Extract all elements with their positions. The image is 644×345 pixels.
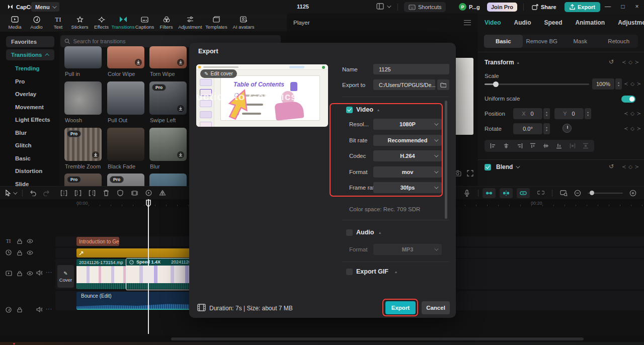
scale-value[interactable]: 100% bbox=[592, 78, 614, 90]
position-y-stepper[interactable]: ▴▾ bbox=[585, 108, 591, 119]
scale-stepper[interactable]: ▴▾ bbox=[615, 78, 622, 90]
transition-thumb-pull-in[interactable] bbox=[64, 46, 102, 68]
tab-video[interactable]: Video bbox=[485, 19, 501, 26]
transition-thumb-black-fade[interactable] bbox=[107, 128, 144, 161]
text-clip[interactable]: Introduction to Ge bbox=[76, 237, 119, 246]
export-path-field[interactable]: C:/Users/TOPGUS/De... bbox=[373, 79, 435, 90]
keyframe-controls[interactable]: ≺ ◇ ≻ bbox=[624, 81, 641, 87]
tool-ai-avatars[interactable]: AI avatars bbox=[229, 16, 258, 30]
transition-thumb[interactable]: Pro bbox=[64, 174, 102, 186]
audio-checkbox[interactable] bbox=[346, 229, 353, 236]
account-chip[interactable]: P P...g bbox=[459, 3, 480, 11]
more-options-icon[interactable]: ··· bbox=[46, 306, 52, 312]
more-options-icon[interactable]: ··· bbox=[46, 270, 52, 275]
lock-icon[interactable] bbox=[17, 307, 22, 312]
tab-speed[interactable]: Speed bbox=[544, 19, 562, 26]
name-input[interactable] bbox=[373, 64, 449, 74]
sidebar-item-distortion[interactable]: Distortion bbox=[6, 165, 54, 177]
keyframe-controls[interactable]: ≺ ◇ ≻ bbox=[622, 59, 639, 65]
redo-button[interactable] bbox=[40, 190, 54, 196]
crop-tool[interactable] bbox=[127, 190, 141, 196]
fullscreen-icon[interactable] bbox=[467, 170, 473, 177]
subtab-mask[interactable]: Mask bbox=[561, 35, 600, 48]
sidebar-item-transitions[interactable]: Transitions bbox=[6, 49, 54, 60]
sidebar-item-basic[interactable]: Basic bbox=[6, 153, 54, 164]
transition-thumb-color-wipe[interactable] bbox=[107, 46, 144, 68]
playhead-handle[interactable] bbox=[145, 200, 151, 207]
transition-thumb-woosh[interactable] bbox=[64, 81, 102, 115]
tool-media[interactable]: Media bbox=[4, 16, 26, 30]
audio-format-select[interactable]: MP3 bbox=[373, 244, 442, 255]
auto-splice-toggle[interactable] bbox=[500, 188, 513, 198]
align-center-vertical-icon[interactable] bbox=[543, 143, 549, 149]
keyframe-controls[interactable]: ≺ ◇ ≻ bbox=[624, 111, 641, 116]
position-y-field[interactable]: Y 0 bbox=[554, 108, 584, 119]
export-button-top[interactable]: Export bbox=[565, 2, 600, 12]
select-tool[interactable] bbox=[2, 190, 19, 196]
collapse-arrow-icon[interactable]: ▴ bbox=[395, 270, 397, 274]
mirror-tool[interactable] bbox=[155, 190, 170, 196]
tool-templates[interactable]: Templates bbox=[203, 16, 229, 30]
playhead[interactable] bbox=[148, 199, 149, 334]
player-menu-icon[interactable] bbox=[464, 20, 471, 25]
tool-adjustment[interactable]: Adjustment bbox=[177, 16, 203, 30]
link-toggle[interactable] bbox=[517, 188, 530, 198]
transition-thumb-pull-out[interactable] bbox=[107, 81, 144, 115]
lock-icon[interactable] bbox=[17, 271, 22, 276]
magnetic-snap-toggle[interactable] bbox=[482, 188, 496, 198]
preview-axis-icon[interactable] bbox=[556, 190, 571, 196]
dialog-scrollbar[interactable] bbox=[445, 101, 447, 219]
transition-thumb-swipe-left[interactable]: Pro bbox=[149, 81, 187, 115]
sidebar-item-pro[interactable]: Pro bbox=[6, 76, 54, 87]
tab-adjustment[interactable]: Adjustment bbox=[618, 19, 644, 26]
cover-preview[interactable]: Table of Contents ✎Edit cover duction to… bbox=[196, 64, 328, 127]
align-bottom-icon[interactable] bbox=[556, 143, 562, 149]
transition-thumb[interactable]: Pro bbox=[107, 174, 144, 186]
keyframe-controls[interactable]: ≺ ◇ ≻ bbox=[622, 164, 639, 169]
scale-slider-track[interactable] bbox=[485, 83, 589, 85]
subtab-remove-bg[interactable]: Remove BG bbox=[523, 35, 561, 48]
join-pro-button[interactable]: Join Pro bbox=[487, 3, 517, 12]
cancel-button[interactable]: Cancel bbox=[422, 301, 450, 314]
eye-icon[interactable] bbox=[27, 271, 33, 276]
blend-checkbox[interactable] bbox=[485, 164, 491, 170]
cover-button[interactable]: ✎ Cover bbox=[57, 265, 74, 288]
shortcuts-button[interactable]: Shortcuts bbox=[404, 2, 446, 12]
undo-button[interactable] bbox=[26, 190, 40, 196]
subtab-basic[interactable]: Basic bbox=[484, 35, 523, 48]
collapse-arrow-icon[interactable]: ▴ bbox=[379, 230, 381, 235]
mask-tool[interactable] bbox=[113, 190, 127, 196]
sidebar-item-trending[interactable]: Trending bbox=[6, 63, 54, 74]
distribute-horizontal-icon[interactable] bbox=[570, 143, 576, 149]
tool-filters[interactable]: Filters bbox=[155, 16, 177, 30]
reset-icon[interactable]: ↺ bbox=[609, 163, 614, 170]
align-right-icon[interactable] bbox=[517, 143, 523, 149]
browse-folder-button[interactable] bbox=[437, 79, 449, 90]
position-x-field[interactable]: X 0 bbox=[513, 108, 542, 119]
rotate-stepper[interactable]: ▴▾ bbox=[543, 123, 550, 134]
tool-captions[interactable]: Captions bbox=[134, 16, 155, 30]
sidebar-item-movement[interactable]: Movement bbox=[6, 102, 54, 113]
sidebar-item-blur[interactable]: Blur bbox=[6, 127, 54, 138]
video-clip-1[interactable]: 20241126-173154.mp bbox=[76, 259, 126, 289]
delete-tool[interactable] bbox=[99, 190, 113, 196]
transition-thumb-tremble-zoom[interactable]: Pro bbox=[64, 128, 102, 161]
transform-section-header[interactable]: Transform ▴ bbox=[485, 59, 519, 66]
zoom-slider-knob[interactable] bbox=[590, 191, 594, 195]
tab-animation[interactable]: Animation bbox=[575, 19, 605, 26]
record-voiceover-icon[interactable] bbox=[460, 190, 474, 197]
workspace-switcher[interactable] bbox=[376, 3, 390, 10]
zoom-in-icon[interactable] bbox=[626, 190, 640, 197]
rotate-dial[interactable] bbox=[562, 124, 572, 133]
distribute-vertical-icon[interactable] bbox=[583, 143, 589, 149]
trim-left-tool[interactable] bbox=[71, 190, 85, 196]
eye-icon[interactable] bbox=[27, 250, 33, 255]
transition-thumb-blur[interactable] bbox=[149, 128, 187, 161]
subtab-retouch[interactable]: Retouch bbox=[600, 35, 638, 48]
tool-transitions[interactable]: Transitions bbox=[112, 16, 134, 30]
menu-button[interactable]: Menu bbox=[31, 2, 59, 12]
export-gif-checkbox[interactable] bbox=[346, 269, 353, 275]
transition-thumb-torn-wipe[interactable] bbox=[149, 46, 187, 68]
tool-stickers[interactable]: Stickers bbox=[69, 16, 91, 30]
reset-icon[interactable]: ↺ bbox=[609, 58, 614, 65]
